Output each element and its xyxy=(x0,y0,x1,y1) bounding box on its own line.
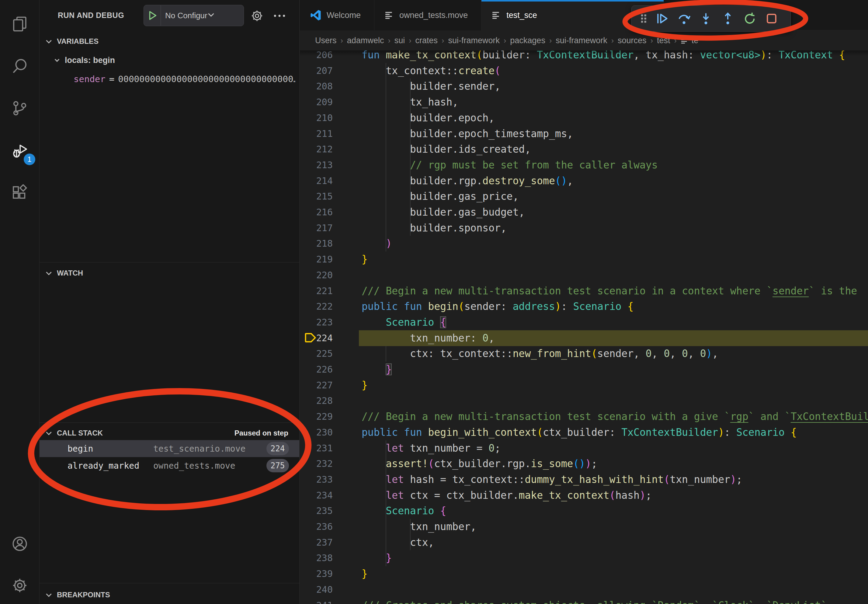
code-line[interactable]: /// Begin a new multi-transaction test s… xyxy=(362,283,857,299)
line-number[interactable]: 226 xyxy=(306,362,333,378)
debug-continue-button[interactable] xyxy=(651,7,673,30)
code-line[interactable]: let hash = tx_context::dummy_tx_hash_wit… xyxy=(362,472,742,488)
debug-config-select[interactable]: No Configur xyxy=(161,11,208,20)
breadcrumb-item[interactable]: sui xyxy=(394,36,405,45)
line-number[interactable]: 215 xyxy=(306,189,333,204)
code-line[interactable]: /// Creates and shares system objects, a… xyxy=(362,598,827,604)
section-breakpoints[interactable]: BREAKPOINTS xyxy=(40,587,299,603)
code-line[interactable]: builder.epoch_timestamp_ms, xyxy=(362,126,573,142)
variable-row-sender[interactable]: sender = 0000000000000000000000000000000… xyxy=(74,72,296,87)
code-line[interactable]: builder.ids_created, xyxy=(362,141,531,157)
line-number[interactable]: 230 xyxy=(306,424,333,440)
line-number[interactable]: 237 xyxy=(306,535,333,550)
debug-step-out-button[interactable] xyxy=(717,7,739,30)
code-line[interactable]: builder.epoch, xyxy=(362,110,494,126)
line-number[interactable]: 219 xyxy=(306,251,333,267)
line-number[interactable]: 232 xyxy=(306,456,333,472)
code-line[interactable]: } xyxy=(362,251,368,267)
debug-settings-gear-icon[interactable] xyxy=(250,9,264,23)
code-line[interactable]: /// Begin a new multi-transaction test s… xyxy=(362,409,868,424)
line-number[interactable]: 240 xyxy=(306,582,333,598)
line-number[interactable]: 216 xyxy=(306,204,333,220)
tab-owned-tests-move[interactable]: owned_tests.move xyxy=(374,0,481,30)
line-number[interactable]: 235 xyxy=(306,503,333,519)
code-line[interactable]: ) xyxy=(362,236,392,251)
code-line[interactable]: builder.rgp.destroy_some(), xyxy=(362,173,573,189)
line-number[interactable]: 234 xyxy=(306,488,333,503)
code-line[interactable]: } xyxy=(362,566,368,582)
variables-scope-locals[interactable]: locals: begin xyxy=(55,52,115,68)
call-stack-frame-already_marked[interactable]: already_markedowned_tests.move275 xyxy=(40,457,299,474)
start-debug-button[interactable]: No Configur xyxy=(144,5,244,26)
code-line[interactable]: ctx, xyxy=(362,535,434,550)
activity-source-control[interactable] xyxy=(0,93,40,125)
line-number[interactable]: 222 xyxy=(306,299,333,314)
section-watch[interactable]: WATCH xyxy=(40,265,299,281)
code-line[interactable]: txn_number, xyxy=(362,519,477,535)
code-area[interactable]: 206fun make_tx_context(builder: TxContex… xyxy=(300,0,868,604)
code-line[interactable]: let txn_number = 0; xyxy=(362,440,501,456)
code-line[interactable]: builder.sender, xyxy=(362,79,501,94)
code-line[interactable]: } xyxy=(362,362,392,378)
line-number[interactable]: 220 xyxy=(306,267,333,283)
call-stack-frame-begin[interactable]: begintest_scenario.move224 xyxy=(40,440,299,457)
line-number[interactable]: 221 xyxy=(306,283,333,299)
section-call-stack[interactable]: CALL STACK Paused on step xyxy=(40,425,299,441)
code-line[interactable]: Scenario { xyxy=(362,314,446,330)
line-number[interactable]: 227 xyxy=(306,378,333,393)
line-number[interactable]: 207 xyxy=(306,63,333,79)
breadcrumb-item[interactable]: Users xyxy=(315,36,337,45)
activity-extensions[interactable] xyxy=(0,178,40,209)
line-number[interactable]: 218 xyxy=(306,236,333,251)
code-line[interactable]: builder.sponsor, xyxy=(362,220,507,236)
line-number[interactable]: 223 xyxy=(306,314,333,330)
line-number[interactable]: 211 xyxy=(306,126,333,142)
code-line[interactable]: builder.gas_price, xyxy=(362,189,519,204)
tab-welcome[interactable]: Welcome xyxy=(300,0,374,30)
code-line[interactable]: } xyxy=(362,550,392,566)
line-number[interactable]: 238 xyxy=(306,550,333,566)
debug-drag-handle[interactable] xyxy=(636,7,651,30)
code-line[interactable]: builder.gas_budget, xyxy=(362,204,525,220)
code-line[interactable]: public fun begin(sender: address): Scena… xyxy=(362,299,634,314)
activity-settings[interactable] xyxy=(0,570,40,602)
section-variables[interactable]: VARIABLES xyxy=(40,34,299,49)
line-number[interactable]: 228 xyxy=(306,393,333,409)
line-number[interactable]: 231 xyxy=(306,440,333,456)
breadcrumb-file[interactable]: te xyxy=(680,36,699,45)
breadcrumb-item[interactable]: sui-framework xyxy=(448,36,500,45)
breadcrumb-item[interactable]: test xyxy=(657,36,670,45)
line-number[interactable]: 208 xyxy=(306,79,333,94)
debug-step-into-button[interactable] xyxy=(695,7,717,30)
code-line[interactable]: ctx: tx_context::new_from_hint(sender, 0… xyxy=(362,346,718,362)
breadcrumb-item[interactable]: sui-framework xyxy=(556,36,608,45)
activity-explorer[interactable] xyxy=(0,9,40,40)
line-number[interactable]: 217 xyxy=(306,220,333,236)
breadcrumb-item[interactable]: packages xyxy=(510,36,545,45)
code-line[interactable]: txn_number: 0, xyxy=(362,330,494,346)
debug-stop-button[interactable] xyxy=(761,7,783,30)
code-line[interactable]: } xyxy=(362,378,368,393)
debug-step-over-button[interactable] xyxy=(673,7,695,30)
activity-run-and-debug[interactable]: 1 xyxy=(0,135,40,167)
code-line[interactable]: assert!(ctx_builder.rgp.is_some()); xyxy=(362,456,597,472)
code-line[interactable]: tx_hash, xyxy=(362,94,458,110)
line-number[interactable]: 210 xyxy=(306,110,333,126)
line-number[interactable]: 224 xyxy=(306,330,333,346)
code-line[interactable]: Scenario { xyxy=(362,503,446,519)
activity-account[interactable] xyxy=(0,528,40,560)
line-number[interactable]: 239 xyxy=(306,566,333,582)
line-number[interactable]: 233 xyxy=(306,472,333,488)
line-number[interactable]: 209 xyxy=(306,94,333,110)
line-number[interactable]: 213 xyxy=(306,157,333,173)
line-number[interactable]: 229 xyxy=(306,409,333,424)
breadcrumb-item[interactable]: sources xyxy=(618,36,646,45)
breadcrumb-item[interactable]: crates xyxy=(415,36,438,45)
code-line[interactable]: // rgp must be set from the caller alway… xyxy=(362,157,658,173)
code-line[interactable]: tx_context::create( xyxy=(362,63,501,79)
line-number[interactable]: 214 xyxy=(306,173,333,189)
breadcrumb-item[interactable]: adamwelc xyxy=(347,36,384,45)
line-number[interactable]: 236 xyxy=(306,519,333,535)
line-number[interactable]: 212 xyxy=(306,141,333,157)
code-line[interactable]: public fun begin_with_context(ctx_builde… xyxy=(362,424,797,440)
